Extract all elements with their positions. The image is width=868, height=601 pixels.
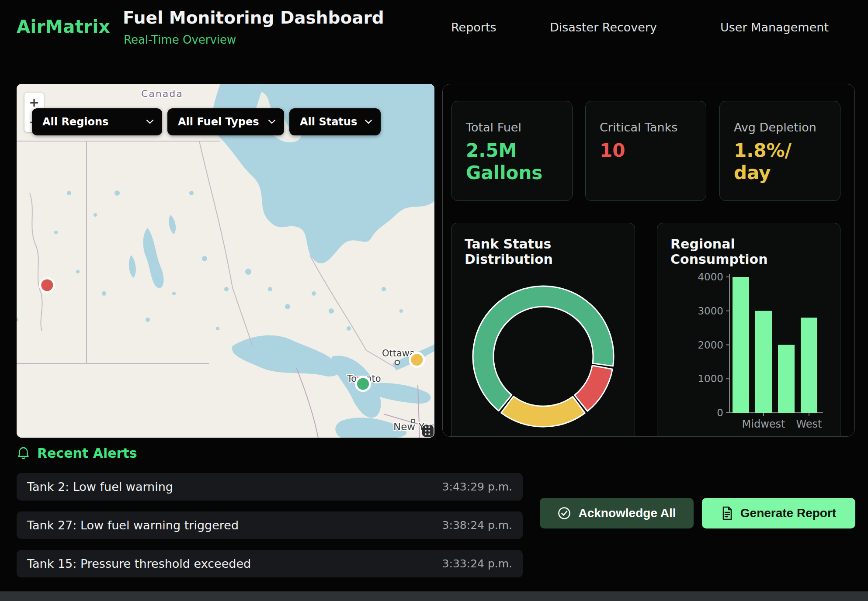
y-axis-tick-label: 1000 — [698, 373, 723, 384]
stat-card-critical-tanks: Critical Tanks 10 — [585, 101, 706, 201]
metrics-panel: Total Fuel 2.5M Gallons Critical Tanks 1… — [442, 84, 855, 437]
chevron-down-icon — [146, 120, 153, 124]
y-axis-tick-label: 3000 — [698, 305, 723, 317]
regional-consumption-card: Regional Consumption 01000200030004000Mi… — [657, 223, 840, 437]
y-axis-tick-label: 2000 — [698, 339, 723, 351]
stat-value: 2.5M Gallons — [466, 139, 542, 184]
status-filter-value: All Status — [300, 116, 357, 128]
bell-icon — [17, 446, 29, 460]
chevron-down-icon — [365, 120, 372, 124]
tank-marker-normal[interactable] — [356, 377, 370, 391]
map-canvas: Canada Ottawa Toronto New York — [17, 84, 434, 438]
generate-report-label: Generate Report — [740, 506, 836, 520]
recent-alerts-header: Recent Alerts — [17, 446, 137, 461]
stat-label: Total Fuel — [466, 121, 558, 134]
tank-marker-critical[interactable] — [40, 278, 54, 292]
acknowledge-all-button[interactable]: Acknowledge All — [540, 498, 694, 528]
page-title: Fuel Monitoring Dashboard — [123, 8, 384, 28]
nav-disaster-recovery[interactable]: Disaster Recovery — [550, 21, 657, 34]
tank-map[interactable]: Canada Ottawa Toronto New York + − All R… — [17, 84, 434, 438]
region-filter-select[interactable]: All Regions — [32, 108, 162, 135]
tank-marker-warning[interactable] — [410, 353, 424, 367]
stat-card-total-fuel: Total Fuel 2.5M Gallons — [451, 101, 573, 201]
nav-reports[interactable]: Reports — [451, 21, 496, 34]
alert-timestamp: 3:38:24 p.m. — [442, 519, 512, 532]
alert-message: Tank 27: Low fuel warning triggered — [27, 518, 239, 532]
region-filter-value: All Regions — [42, 116, 108, 128]
stat-card-avg-depletion: Avg Depletion 1.8%/ day — [719, 101, 840, 201]
alert-timestamp: 3:43:29 p.m. — [442, 480, 512, 493]
consumption-bar — [778, 345, 795, 413]
y-axis-tick-label: 4000 — [698, 271, 723, 283]
regional-consumption-bar-chart: 01000200030004000MidwestWest — [657, 223, 841, 437]
alert-row[interactable]: Tank 15: Pressure threshold exceeded 3:3… — [17, 550, 523, 577]
stat-label: Critical Tanks — [600, 121, 692, 134]
check-circle-icon — [557, 506, 571, 520]
fuel-monitoring-dashboard: AirMatrix Fuel Monitoring Dashboard Real… — [0, 0, 868, 601]
fuel-type-filter-value: All Fuel Types — [178, 116, 259, 128]
stat-value: 10 — [600, 139, 676, 162]
document-icon — [721, 506, 733, 520]
fuel-type-filter-select[interactable]: All Fuel Types — [167, 108, 284, 135]
generate-report-button[interactable]: Generate Report — [702, 498, 855, 528]
stat-value: 1.8%/ day — [734, 139, 810, 184]
chevron-down-icon — [268, 120, 275, 124]
x-axis-category-label: Midwest — [742, 418, 785, 430]
recent-alerts-title: Recent Alerts — [37, 446, 137, 461]
page-subtitle: Real-Time Overview — [124, 33, 236, 46]
consumption-bar — [733, 277, 749, 413]
alert-message: Tank 15: Pressure threshold exceeded — [27, 557, 251, 570]
x-axis-category-label: West — [796, 418, 822, 430]
donut-segment-critical — [575, 366, 613, 411]
top-navigation-bar: AirMatrix Fuel Monitoring Dashboard Real… — [0, 0, 868, 54]
map-resize-handle[interactable] — [422, 425, 434, 437]
window-bottom-edge — [0, 591, 868, 601]
map-label-canada: Canada — [141, 88, 183, 99]
status-filter-select[interactable]: All Status — [289, 108, 381, 135]
consumption-bar — [755, 311, 772, 413]
donut-segment-warning — [501, 396, 585, 427]
map-filters: All Regions All Fuel Types All Status — [32, 108, 381, 135]
alert-timestamp: 3:33:24 p.m. — [442, 557, 512, 570]
nav-user-management[interactable]: User Management — [720, 21, 829, 34]
brand-logo[interactable]: AirMatrix — [17, 17, 110, 37]
chart-title: Tank Status Distribution — [465, 236, 621, 267]
acknowledge-all-label: Acknowledge All — [578, 506, 676, 520]
alert-row[interactable]: Tank 27: Low fuel warning triggered 3:38… — [17, 511, 523, 539]
tank-status-donut-chart — [469, 282, 618, 431]
alert-message: Tank 2: Low fuel warning — [27, 480, 173, 494]
tank-status-distribution-card: Tank Status Distribution — [451, 223, 635, 437]
y-axis-tick-label: 0 — [717, 407, 723, 418]
stat-label: Avg Depletion — [734, 121, 826, 134]
consumption-bar — [801, 318, 817, 413]
alert-row[interactable]: Tank 2: Low fuel warning 3:43:29 p.m. — [17, 473, 523, 501]
